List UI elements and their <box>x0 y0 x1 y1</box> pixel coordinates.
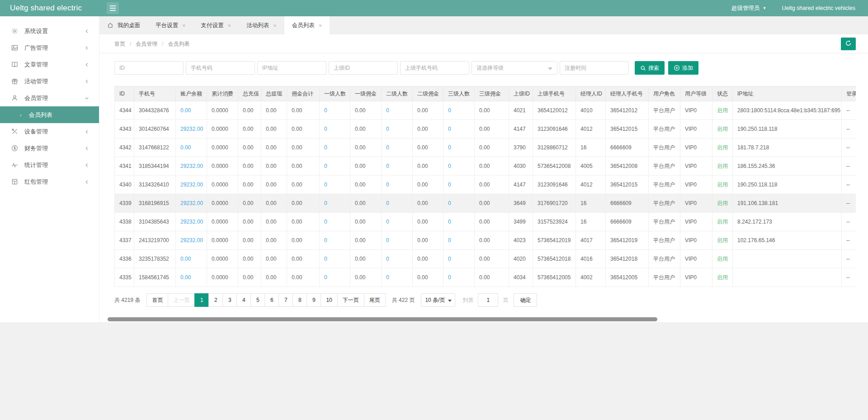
sidebar-item-user[interactable]: 会员管理 <box>0 90 99 106</box>
table-cell[interactable]: 0 <box>320 157 350 176</box>
table-cell[interactable]: 29232.00 <box>176 120 207 138</box>
table-cell[interactable]: 0 <box>320 176 350 194</box>
table-cell[interactable]: 0 <box>320 101 350 120</box>
close-icon[interactable]: × <box>319 23 322 29</box>
page-number-4[interactable]: 4 <box>236 293 251 307</box>
table-cell[interactable]: 0 <box>320 231 350 250</box>
refresh-button[interactable] <box>841 38 856 50</box>
table-cell[interactable]: 0 <box>443 213 475 231</box>
sidebar-item-tools[interactable]: 设备管理 <box>0 123 99 140</box>
table-cell: 365412015 <box>606 176 649 194</box>
tab-我的桌面[interactable]: 我的桌面 <box>99 16 148 34</box>
table-cell[interactable]: 0 <box>320 268 350 287</box>
sidebar-item-book[interactable]: 文章管理 <box>0 56 99 73</box>
page-last-button[interactable]: 尾页 <box>364 293 386 307</box>
table-cell[interactable]: 0 <box>443 194 475 213</box>
sidebar-item-dollar[interactable]: 财务管理 <box>0 140 99 157</box>
table-cell[interactable]: 29232.00 <box>176 213 207 231</box>
filter-input-上级手机号码[interactable] <box>400 61 469 75</box>
close-icon[interactable]: × <box>228 23 231 29</box>
table-cell: VIP0 <box>680 194 712 213</box>
table-cell[interactable]: 29232.00 <box>176 157 207 176</box>
table-cell[interactable]: 29232.00 <box>176 176 207 194</box>
page-next-button[interactable]: 下一页 <box>337 293 364 307</box>
table-cell[interactable]: 0 <box>382 157 413 176</box>
chevron-right-icon: › <box>20 112 22 118</box>
sidebar-item-gift[interactable]: 活动管理 <box>0 73 99 90</box>
select-caret-icon <box>548 67 552 70</box>
page-first-button[interactable]: 首页 <box>146 293 168 307</box>
table-cell[interactable]: 0.00 <box>176 138 207 157</box>
hamburger-menu-icon[interactable] <box>107 2 119 14</box>
tab-平台设置[interactable]: 平台设置× <box>148 16 193 34</box>
confirm-button[interactable]: 确定 <box>514 293 537 307</box>
table-cell[interactable]: 0 <box>382 138 413 157</box>
table-cell[interactable]: 0 <box>382 120 413 138</box>
table-cell[interactable]: 0 <box>382 101 413 120</box>
filter-input-ID[interactable] <box>114 61 184 75</box>
page-number-6[interactable]: 6 <box>264 293 279 307</box>
filter-input-IP地址[interactable] <box>257 61 326 75</box>
table-cell[interactable]: 0 <box>320 213 350 231</box>
table-cell[interactable]: 0 <box>382 250 413 268</box>
sidebar-subitem-active[interactable]: ›会员列表 <box>0 106 99 123</box>
table-cell[interactable]: 29232.00 <box>176 231 207 250</box>
tab-支付设置[interactable]: 支付设置× <box>193 16 239 34</box>
table-cell[interactable]: 0 <box>382 213 413 231</box>
close-icon[interactable]: × <box>273 23 277 29</box>
sidebar-item-gear[interactable]: 系统设置 <box>0 23 99 39</box>
tab-活动列表[interactable]: 活动列表× <box>239 16 284 34</box>
table-cell[interactable]: 0.00 <box>176 268 207 287</box>
sidebar-item-image[interactable]: 广告管理 <box>0 39 99 56</box>
table-cell[interactable]: 0 <box>443 250 475 268</box>
table-cell[interactable]: 0 <box>443 120 475 138</box>
table-cell[interactable]: 0 <box>443 231 475 250</box>
admin-role-label: 超级管理员 <box>731 5 760 12</box>
table-cell[interactable]: 0 <box>443 138 475 157</box>
packet-icon <box>11 178 19 186</box>
page-number-8[interactable]: 8 <box>292 293 307 307</box>
page-size-select[interactable]: 10 条/页 <box>421 293 455 307</box>
page-number-10[interactable]: 10 <box>321 293 337 307</box>
table-cell[interactable]: 0.00 <box>176 101 207 120</box>
table-cell[interactable]: 0 <box>443 268 475 287</box>
column-header-总充值: 总充值 <box>238 86 261 101</box>
table-cell[interactable]: 0.00 <box>176 250 207 268</box>
add-button[interactable]: 添加 <box>668 61 698 75</box>
table-cell[interactable]: 0 <box>320 120 350 138</box>
breadcrumb-item[interactable]: 会员列表 <box>168 34 190 53</box>
table-cell[interactable]: 0 <box>320 250 350 268</box>
search-button[interactable]: 搜索 <box>635 61 665 75</box>
table-cell[interactable]: 0 <box>443 157 475 176</box>
table-cell[interactable]: 0 <box>382 194 413 213</box>
sidebar-item-pulse[interactable]: 统计管理 <box>0 157 99 173</box>
page-number-2[interactable]: 2 <box>208 293 223 307</box>
sidebar-item-packet[interactable]: 红包管理 <box>0 173 99 190</box>
table-cell[interactable]: 0 <box>320 194 350 213</box>
table-cell[interactable]: 0 <box>382 231 413 250</box>
table-cell[interactable]: 0 <box>382 176 413 194</box>
page-number-9[interactable]: 9 <box>307 293 321 307</box>
level-select[interactable]: 请选择等级 <box>472 61 557 75</box>
breadcrumb-item[interactable]: 会员管理 <box>136 34 157 53</box>
close-icon[interactable]: × <box>182 23 186 29</box>
page-number-1[interactable]: 1 <box>194 293 209 307</box>
table-cell[interactable]: 0 <box>443 176 475 194</box>
table-cell: 6666609 <box>606 138 649 157</box>
page-number-3[interactable]: 3 <box>222 293 237 307</box>
table-cell[interactable]: 0 <box>320 138 350 157</box>
tab-会员列表[interactable]: 会员列表× <box>284 16 330 34</box>
page-number-5[interactable]: 5 <box>250 293 265 307</box>
register-time-input[interactable] <box>560 61 629 75</box>
admin-role-dropdown[interactable]: 超级管理员 ▼ <box>731 5 766 12</box>
table-cell[interactable]: 29232.00 <box>176 194 207 213</box>
filter-input-上级ID[interactable] <box>329 61 398 75</box>
horizontal-scrollbar-thumb[interactable] <box>108 317 657 321</box>
column-header-三级佣金: 三级佣金 <box>475 86 509 101</box>
goto-page-input[interactable] <box>478 293 498 307</box>
breadcrumb-item[interactable]: 首页 <box>114 34 125 53</box>
page-number-7[interactable]: 7 <box>278 293 293 307</box>
table-cell[interactable]: 0 <box>443 101 475 120</box>
filter-input-手机号码[interactable] <box>186 61 255 75</box>
table-cell[interactable]: 0 <box>382 268 413 287</box>
